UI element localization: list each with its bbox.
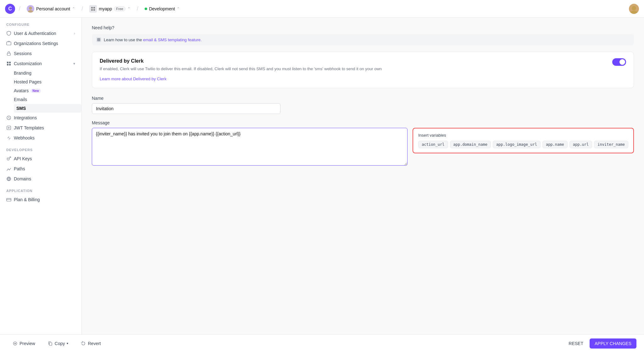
delivered-by-clerk-card: Delivered by Clerk If enabled, Clerk wil… <box>92 52 634 88</box>
copy-button[interactable]: Copy ▾ <box>43 338 74 349</box>
svg-rect-5 <box>93 9 95 11</box>
lock-icon <box>6 51 11 56</box>
card-text: Delivered by Clerk If enabled, Clerk wil… <box>100 58 382 76</box>
user-avatar[interactable] <box>629 4 639 14</box>
svg-point-6 <box>632 6 636 10</box>
reset-button[interactable]: RESET <box>565 338 587 349</box>
delivered-title: Delivered by Clerk <box>100 58 382 64</box>
jwt-icon <box>6 125 11 130</box>
svg-rect-19 <box>97 38 100 41</box>
paths-icon <box>6 166 11 171</box>
customization-chevron: ▾ <box>73 61 75 66</box>
bottombar-right: RESET APPLY CHANGES <box>565 338 636 349</box>
org-icon <box>6 41 11 46</box>
toggle-slider <box>612 58 626 66</box>
personal-account-selector[interactable]: Personal account ⌃ <box>24 4 78 14</box>
bottombar: Preview Copy ▾ Revert RESET APPLY CHANGE… <box>0 334 644 352</box>
variable-chip-action_url[interactable]: action_url <box>418 141 448 148</box>
app-selector[interactable]: myapp Free ⌃ <box>87 4 133 14</box>
svg-point-0 <box>29 7 32 10</box>
nav-separator-2: / <box>81 5 83 12</box>
app-badge: Free <box>114 6 125 11</box>
svg-rect-22 <box>49 343 52 345</box>
learn-more-link[interactable]: Learn more about Delivered by Clerk <box>100 77 166 81</box>
app-chevron: ⌃ <box>127 7 130 11</box>
revert-button[interactable]: Revert <box>76 338 106 349</box>
card-header: Delivered by Clerk If enabled, Clerk wil… <box>100 58 626 76</box>
preview-icon <box>13 341 18 346</box>
message-textarea[interactable] <box>92 128 408 166</box>
svg-rect-9 <box>7 53 10 55</box>
shield-icon <box>6 31 11 36</box>
topnav-right <box>629 4 639 14</box>
svg-rect-8 <box>7 42 11 45</box>
svg-rect-13 <box>9 64 11 65</box>
info-link[interactable]: email & SMS templating feature. <box>143 37 202 42</box>
copy-icon <box>48 341 53 346</box>
sidebar-item-org-settings[interactable]: Organizations Settings <box>0 38 81 48</box>
variable-chip-app.name[interactable]: app.name <box>542 141 568 148</box>
sidebar-item-domains[interactable]: Domains <box>0 174 81 184</box>
env-status-dot <box>145 8 147 10</box>
sidebar: Configure User & Authentication › Organi… <box>0 18 82 334</box>
customization-icon <box>6 61 11 66</box>
variable-chip-app.logo_image_url[interactable]: app.logo_image_url <box>493 141 541 148</box>
sidebar-item-sessions[interactable]: Sessions <box>0 48 81 59</box>
variable-chip-app.domain_name[interactable]: app.domain_name <box>450 141 491 148</box>
svg-point-21 <box>14 343 16 344</box>
svg-rect-3 <box>93 7 95 9</box>
name-input[interactable] <box>92 103 280 114</box>
integrations-icon <box>6 115 11 120</box>
sidebar-item-jwt[interactable]: JWT Templates <box>0 123 81 133</box>
domains-icon <box>6 176 11 181</box>
svg-point-7 <box>630 11 638 14</box>
sidebar-item-webhooks[interactable]: Webhooks <box>0 133 81 143</box>
apply-changes-button[interactable]: APPLY CHANGES <box>590 338 636 349</box>
variable-chip-inviter_name[interactable]: inviter_name <box>594 141 628 148</box>
sidebar-item-paths[interactable]: Paths <box>0 164 81 174</box>
svg-rect-12 <box>7 64 8 65</box>
webhooks-icon <box>6 135 11 140</box>
avatars-new-badge: New <box>31 89 41 93</box>
developers-section-label: Developers <box>0 143 81 154</box>
svg-rect-4 <box>91 9 93 11</box>
app-icon <box>89 5 97 13</box>
info-box-icon <box>96 37 101 42</box>
svg-point-1 <box>28 10 33 13</box>
sidebar-sub-branding[interactable]: Branding <box>14 69 81 77</box>
need-help-heading: Need help? <box>92 25 634 30</box>
preview-button[interactable]: Preview <box>8 338 40 349</box>
configure-section-label: Configure <box>0 18 81 28</box>
delivered-desc: If enabled, Clerk will use Twilio to del… <box>100 66 382 72</box>
sidebar-sub-emails[interactable]: Emails <box>14 95 81 104</box>
sidebar-item-integrations[interactable]: Integrations <box>0 113 81 123</box>
topnav: C / Personal account ⌃ / myapp Free ⌃ / … <box>0 0 644 18</box>
message-row: Insert variables action_urlapp.domain_na… <box>92 128 634 166</box>
svg-rect-10 <box>7 62 8 63</box>
info-box-text: Learn how to use the email & SMS templat… <box>104 37 202 42</box>
sidebar-item-plan-billing[interactable]: Plan & Billing <box>0 195 81 205</box>
user-auth-chevron: › <box>74 31 75 36</box>
svg-rect-2 <box>91 7 93 9</box>
variables-title: Insert variables <box>418 133 628 138</box>
nav-separator-1: / <box>19 5 20 12</box>
variable-chip-app.url[interactable]: app.url <box>569 141 592 148</box>
sidebar-item-user-auth[interactable]: User & Authentication › <box>0 28 81 38</box>
svg-rect-18 <box>7 198 11 201</box>
info-box: Learn how to use the email & SMS templat… <box>92 34 634 45</box>
svg-rect-11 <box>9 62 11 63</box>
main-content: Need help? Learn how to use the email & … <box>82 18 644 334</box>
api-keys-icon <box>6 156 11 161</box>
app-logo[interactable]: C <box>5 4 15 14</box>
nav-separator-3: / <box>137 5 138 12</box>
sidebar-sub-avatars[interactable]: Avatars New <box>14 86 81 95</box>
sidebar-item-api-keys[interactable]: API Keys <box>0 154 81 164</box>
message-section: Message Insert variables action_urlapp.d… <box>92 120 634 166</box>
sidebar-item-customization[interactable]: Customization ▾ <box>0 59 81 69</box>
copy-chevron: ▾ <box>67 342 68 345</box>
sidebar-sub-hosted-pages[interactable]: Hosted Pages <box>14 77 81 86</box>
env-selector[interactable]: Development ⌃ <box>142 5 183 13</box>
sidebar-sub-sms[interactable]: SMS <box>14 104 81 113</box>
name-label: Name <box>92 96 634 101</box>
delivered-toggle[interactable] <box>612 58 626 66</box>
